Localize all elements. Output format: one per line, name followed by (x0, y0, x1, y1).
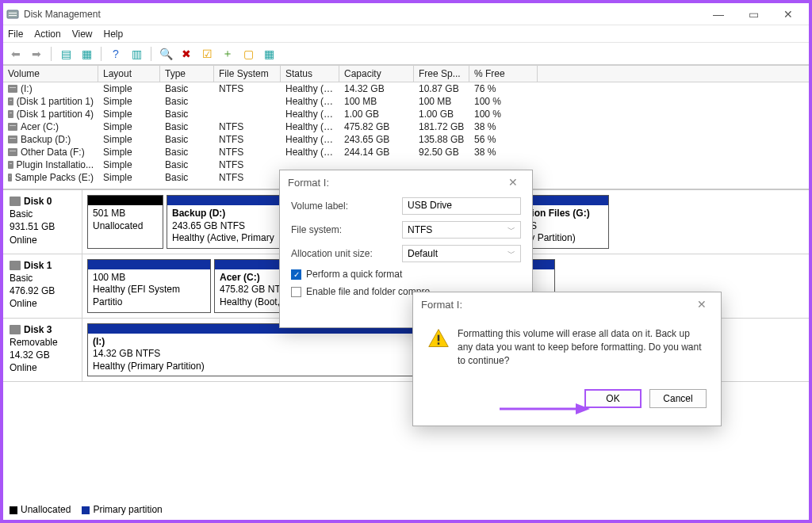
chevron-down-icon: ﹀ (508, 248, 515, 259)
svg-rect-1 (9, 13, 17, 13)
table-body: (I:)SimpleBasicNTFSHealthy (P...14.32 GB… (3, 82, 809, 184)
col-fs[interactable]: File System (214, 66, 281, 82)
toolbar: ⬅ ➡ ▤ ▦ ? ▥ 🔍 ✖ ☑ ＋ ▢ ▦ (3, 43, 809, 65)
chevron-down-icon: ﹀ (508, 224, 515, 235)
view-top-icon[interactable]: ▤ (58, 46, 74, 62)
table-row[interactable]: Other Data (F:)SimpleBasicNTFSHealthy (P… (3, 146, 809, 158)
confirm-close-icon[interactable]: ✕ (688, 296, 716, 313)
volume-table: Volume Layout Type File System Status Ca… (3, 65, 809, 184)
settings-icon[interactable]: ▥ (128, 46, 144, 62)
checklist-icon[interactable]: ☑ (199, 46, 215, 62)
svg-rect-0 (7, 10, 18, 18)
dialog-title: Format I: (280, 170, 532, 194)
alloc-lbl: Allocation unit size: (291, 248, 402, 259)
compress-label: Enable file and folder compre (306, 286, 430, 297)
ok-button[interactable]: OK (584, 389, 642, 408)
checkbox-icon (291, 287, 301, 297)
delete-icon[interactable]: ✖ (178, 46, 194, 62)
quick-format-label: Perform a quick format (306, 269, 402, 280)
volume-label-input[interactable]: USB Drive (402, 197, 521, 215)
checkbox-checked-icon: ✓ (291, 269, 301, 280)
svg-rect-5 (438, 342, 439, 345)
svg-rect-4 (438, 335, 439, 342)
hdd-icon (10, 325, 21, 334)
svg-marker-7 (576, 403, 590, 414)
filesystem-select[interactable]: NTFS﹀ (402, 221, 521, 239)
alloc-select[interactable]: Default﹀ (402, 245, 521, 262)
grid-icon[interactable]: ▦ (261, 46, 277, 62)
confirm-message: Formatting this volume will erase all da… (458, 327, 707, 367)
drive-icon (8, 110, 13, 118)
menu-view[interactable]: View (72, 29, 93, 40)
drive-icon (8, 85, 17, 93)
legend-unallocated: Unallocated (10, 504, 71, 515)
maximize-button[interactable]: ▭ (736, 3, 771, 25)
hdd-icon (10, 261, 21, 270)
drive-icon (8, 97, 13, 105)
warning-icon (427, 327, 448, 348)
doc-icon[interactable]: ▢ (240, 46, 256, 62)
menu-help[interactable]: Help (104, 29, 124, 40)
disk-info[interactable]: Disk 3Removable14.32 GBOnline (3, 319, 82, 382)
minimize-button[interactable]: ― (701, 3, 736, 25)
menu-action[interactable]: Action (34, 29, 60, 40)
col-layout[interactable]: Layout (98, 66, 160, 82)
app-icon (6, 8, 19, 21)
hdd-icon (10, 197, 21, 206)
col-capacity[interactable]: Capacity (339, 66, 414, 82)
quick-format-checkbox[interactable]: ✓ Perform a quick format (280, 265, 532, 283)
col-status[interactable]: Status (281, 66, 339, 82)
forward-icon[interactable]: ➡ (29, 46, 44, 62)
help-icon[interactable]: ? (108, 46, 124, 62)
drive-icon (8, 123, 17, 131)
table-row[interactable]: Backup (D:)SimpleBasicNTFSHealthy (A...2… (3, 133, 809, 146)
dialog-close-icon[interactable]: ✕ (499, 174, 527, 191)
menu-file[interactable]: File (8, 29, 23, 40)
titlebar: Disk Management ― ▭ ✕ (3, 3, 809, 25)
close-button[interactable]: ✕ (771, 3, 806, 25)
table-row[interactable]: (Disk 1 partition 4)SimpleBasicHealthy (… (3, 108, 809, 120)
drive-icon (8, 148, 17, 156)
col-free[interactable]: Free Sp... (414, 66, 469, 82)
app-window: Disk Management ― ▭ ✕ File Action View H… (0, 0, 812, 523)
drive-icon (8, 136, 17, 143)
legend: Unallocated Primary partition (10, 504, 163, 515)
confirm-title: Format I: (413, 292, 721, 316)
view-bottom-icon[interactable]: ▦ (79, 46, 94, 62)
annotation-arrow-icon (496, 399, 592, 418)
col-volume[interactable]: Volume (3, 66, 98, 82)
table-row[interactable]: Acer (C:)SimpleBasicNTFSHealthy (B...475… (3, 120, 809, 133)
svg-rect-2 (9, 15, 17, 16)
find-icon[interactable]: 🔍 (158, 46, 174, 62)
table-row[interactable]: (I:)SimpleBasicNTFSHealthy (P...14.32 GB… (3, 82, 809, 95)
window-title: Disk Management (24, 9, 701, 20)
table-row[interactable]: (Disk 1 partition 1)SimpleBasicHealthy (… (3, 95, 809, 108)
disk-info[interactable]: Disk 1Basic476.92 GBOnline (3, 254, 82, 318)
disk-info[interactable]: Disk 0Basic931.51 GBOnline (3, 190, 82, 254)
col-type[interactable]: Type (160, 66, 214, 82)
drive-icon (8, 174, 12, 181)
filesystem-lbl: File system: (291, 224, 402, 235)
new-icon[interactable]: ＋ (220, 46, 236, 62)
menubar: File Action View Help (3, 25, 809, 43)
back-icon[interactable]: ⬅ (8, 46, 24, 62)
drive-icon (8, 161, 13, 169)
volume-label-lbl: Volume label: (291, 200, 402, 212)
unallocated-space[interactable]: 501 MBUnallocated (87, 195, 163, 249)
col-spacer (538, 66, 809, 82)
legend-primary: Primary partition (82, 504, 162, 515)
partition[interactable]: 100 MBHealthy (EFI System Partitio (87, 259, 211, 313)
col-pct[interactable]: % Free (469, 66, 538, 82)
table-header: Volume Layout Type File System Status Ca… (3, 66, 809, 82)
cancel-button[interactable]: Cancel (649, 389, 707, 408)
